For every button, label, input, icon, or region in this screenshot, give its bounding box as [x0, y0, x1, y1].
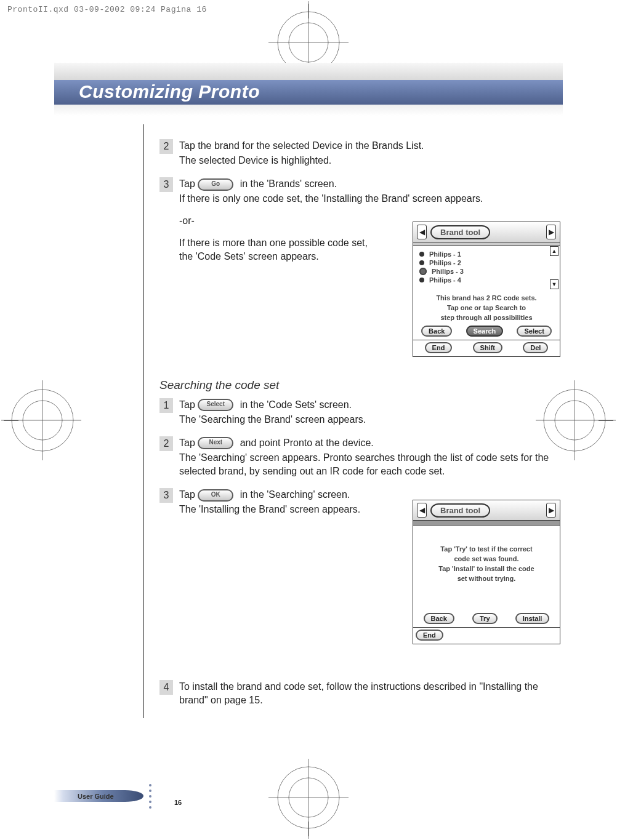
prev-arrow-icon: ◀ [417, 503, 427, 518]
shift-button: Shift [473, 342, 502, 353]
scroll-down-icon: ▼ [550, 279, 559, 289]
screen-msg: step through all possibilities [417, 313, 556, 322]
select-button-pill: Select [198, 399, 233, 411]
crop-tick [599, 420, 613, 421]
dot-divider-icon [147, 780, 153, 812]
step-number: 2 [159, 436, 173, 451]
next-button-pill: Next [198, 437, 233, 449]
back-button: Back [424, 613, 454, 624]
step-number: 1 [159, 398, 173, 413]
step-number: 2 [159, 139, 173, 154]
step-number: 3 [159, 488, 173, 503]
list-item: Philips - 2 [417, 258, 556, 267]
select-button: Select [517, 326, 551, 337]
step-sub: The selected Device is highlighted. [179, 154, 424, 167]
search-button: Search [466, 326, 504, 337]
screen-msg: Tap 'Try' to test if the correct [417, 544, 556, 554]
crop-tick [308, 4, 309, 18]
step-line: Tap OK in the 'Searching' screen. [179, 488, 360, 502]
page-footer: User Guide 16 [54, 780, 182, 812]
next-arrow-icon: ▶ [546, 225, 556, 239]
step-sub: The 'Installing the Brand' screen appear… [179, 503, 360, 516]
step-number: 4 [159, 680, 173, 695]
step-sub: The 'Searching' screen appears. Pronto s… [179, 451, 552, 478]
install-button: Install [515, 613, 550, 624]
list-item: Philips - 3 [417, 267, 556, 276]
end-button: End [416, 630, 443, 641]
screenshot-installing: ◀ Brand tool ▶ Tap 'Try' to test if the … [413, 500, 560, 644]
scroll-up-icon: ▲ [550, 246, 559, 256]
screen-msg: set without trying. [417, 574, 556, 583]
end-button: End [425, 342, 453, 353]
next-arrow-icon: ▶ [546, 503, 556, 518]
ok-button-pill: OK [198, 489, 233, 502]
try-button: Try [472, 613, 498, 624]
step-2: 2 Tap the brand for the selected Device … [159, 139, 552, 167]
subheading: Searching the code set [159, 378, 552, 392]
screen-title-tab: Brand tool [430, 225, 490, 239]
step-sub: If there is only one code set, the 'Inst… [179, 192, 483, 206]
user-guide-label: User Guide [54, 790, 143, 802]
step-sub: The 'Searching the Brand' screen appears… [179, 413, 366, 426]
step-line: Tap Next and point Pronto at the device. [179, 436, 552, 450]
prev-arrow-icon: ◀ [417, 225, 427, 239]
step-1: 1 Tap Select in the 'Code Sets' screen. … [159, 398, 552, 426]
step-2b: 2 Tap Next and point Pronto at the devic… [159, 436, 552, 478]
step-line: To install the brand and code set, follo… [179, 680, 552, 707]
step-4: 4 To install the brand and code set, fol… [159, 680, 552, 708]
title-banner: Customizing Pronto [54, 63, 563, 124]
screen-msg: Tap 'Install' to install the code [417, 564, 556, 574]
screen-msg: Tap one or tap Search to [417, 303, 556, 313]
screen-msg: code set was found. [417, 554, 556, 564]
step-line: Tap Go in the 'Brands' screen. [179, 177, 483, 191]
step-number: 3 [159, 177, 173, 192]
step-line: Tap the brand for the selected Device in… [179, 139, 424, 153]
crop-tick [4, 420, 18, 421]
page-number: 16 [174, 799, 182, 806]
list-item: Philips - 1 [417, 250, 556, 258]
page-title: Customizing Pronto [79, 81, 260, 102]
screen-title-tab: Brand tool [430, 503, 490, 518]
screenshot-code-sets: ◀ Brand tool ▶ ▲ ▼ Philips - 1 Philips -… [413, 222, 560, 357]
list-item: Philips - 4 [417, 276, 556, 284]
step-alt: If there is more than one possible code … [179, 236, 376, 263]
del-button: Del [523, 342, 548, 353]
go-button-pill: Go [198, 178, 233, 191]
step-line: Tap Select in the 'Code Sets' screen. [179, 398, 366, 412]
screen-msg: This brand has 2 RC code sets. [417, 293, 556, 303]
back-button: Back [421, 326, 452, 337]
